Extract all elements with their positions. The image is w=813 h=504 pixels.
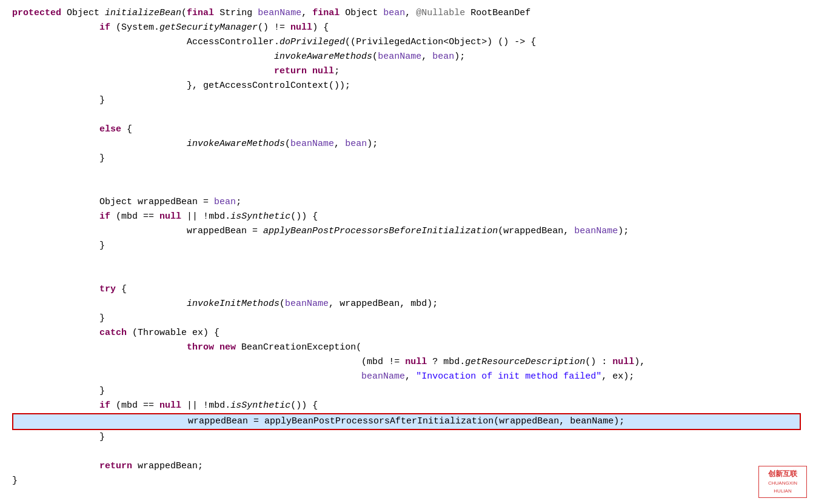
code-token: mbd: [121, 211, 138, 222]
code-token: ,: [301, 8, 312, 18]
code-token: ==: [138, 211, 159, 222]
code-token: protected: [12, 8, 61, 18]
code-token: ,: [329, 299, 340, 309]
code-token: null: [612, 357, 634, 367]
code-line: [12, 108, 801, 122]
code-token: bean: [214, 197, 236, 207]
code-line: throw new BeanCreationException(: [12, 340, 801, 355]
code-token: @Nullable: [416, 8, 465, 18]
code-token: ()) {: [290, 400, 318, 411]
code-token: .: [225, 211, 230, 222]
code-line: if (mbd == null || !mbd.isSynthetic()) {: [12, 399, 801, 413]
code-line: AccessController.doPrivileged((Privilege…: [12, 35, 801, 50]
code-token: ;: [334, 66, 340, 76]
code-token: PrivilegedAction: [356, 37, 443, 47]
code-line: [12, 268, 801, 282]
code-token: ((: [345, 37, 356, 47]
code-token: (System.: [110, 22, 159, 33]
code-token: mbd: [410, 299, 427, 309]
code-line: protected Object initializeBean(final St…: [12, 6, 801, 21]
code-token: ),: [634, 357, 645, 367]
code-line: if (mbd == null || !mbd.isSynthetic()) {: [12, 210, 801, 224]
code-token: mbd: [121, 400, 138, 411]
code-token: ,: [601, 371, 612, 382]
code-token: [12, 22, 99, 33]
code-line: wrappedBean = applyBeanPostProcessorsBef…: [12, 224, 801, 239]
code-token: ,: [421, 51, 432, 62]
code-token: [12, 66, 274, 76]
code-token: [236, 342, 241, 353]
code-token: wrappedBean = applyBeanPostProcessorsAft…: [188, 416, 624, 426]
code-token: wrappedBean: [138, 197, 198, 207]
code-token: (: [110, 211, 121, 222]
code-token: [12, 226, 187, 236]
code-token: if: [99, 22, 110, 33]
code-token: [132, 197, 138, 207]
code-token: Object: [99, 197, 132, 207]
code-token: bean: [432, 51, 454, 62]
code-token: );: [618, 226, 629, 236]
code-token: null: [159, 211, 181, 222]
code-token: () :: [585, 357, 612, 367]
code-line: return wrappedBean;: [12, 459, 801, 474]
code-token: [187, 328, 192, 338]
code-token: [252, 8, 258, 18]
code-token: Throwable: [138, 328, 187, 338]
code-token: }: [12, 95, 105, 105]
code-token: null: [405, 357, 427, 367]
code-token: (: [356, 342, 361, 353]
code-token: doPrivileged: [279, 37, 345, 47]
code-line: (mbd != null ? mbd.getResourceDescriptio…: [12, 355, 801, 370]
code-token: {: [121, 124, 132, 134]
code-token: }: [12, 432, 105, 442]
code-token: wrappedBean: [187, 226, 247, 236]
code-token: null: [290, 22, 312, 33]
code-token: Object: [67, 8, 99, 18]
code-token: [307, 66, 312, 76]
code-token: (: [498, 226, 503, 236]
code-token: mbd: [209, 400, 225, 411]
code-token: beanName: [378, 51, 421, 62]
code-token: ,: [334, 139, 345, 149]
code-token: AccessController.: [187, 37, 279, 47]
code-line: }: [12, 93, 801, 108]
code-line: beanName, "Invocation of init method fai…: [12, 370, 801, 384]
code-token: ?: [427, 357, 443, 367]
code-line: }: [12, 384, 801, 399]
code-token: [12, 197, 99, 207]
code-line: invokeInitMethods(beanName, wrappedBean,…: [12, 297, 801, 311]
code-token: catch: [99, 328, 127, 338]
code-token: [12, 371, 361, 382]
code-viewer: protected Object initializeBean(final St…: [0, 0, 813, 504]
code-token: new: [219, 342, 236, 353]
code-token: (: [110, 400, 121, 411]
code-line: [12, 445, 801, 459]
watermark: 创新互联 CHUANGXIN HULIAN: [758, 466, 807, 498]
code-token: invokeAwareMethods: [274, 51, 372, 62]
code-token: [12, 124, 99, 134]
code-token: return: [99, 461, 132, 471]
watermark-line2: CHUANGXIN HULIAN: [762, 480, 803, 496]
code-token: [12, 284, 99, 294]
code-token: final: [312, 8, 340, 18]
watermark-box: 创新互联 CHUANGXIN HULIAN: [758, 466, 807, 498]
code-token: ,: [405, 8, 416, 18]
code-line: invokeAwareMethods(beanName, bean);: [12, 50, 801, 64]
code-token: ,: [400, 299, 410, 309]
code-line: else {: [12, 122, 801, 137]
code-token: RootBeanDef: [465, 8, 530, 18]
code-token: [214, 8, 219, 18]
code-token: final: [187, 8, 214, 18]
code-line: invokeAwareMethods(beanName, bean);: [12, 137, 801, 151]
code-line: [12, 166, 801, 181]
code-token: BeanCreationException: [241, 342, 356, 353]
code-token: [12, 51, 274, 62]
code-token: ex: [192, 328, 203, 338]
code-token: beanName: [285, 299, 329, 309]
code-token: ) {: [312, 22, 329, 33]
code-token: beanName: [361, 371, 405, 382]
code-line: }: [12, 239, 801, 253]
code-token: initializeBean: [105, 8, 181, 18]
code-token: try: [99, 284, 116, 294]
code-token: [13, 416, 188, 426]
